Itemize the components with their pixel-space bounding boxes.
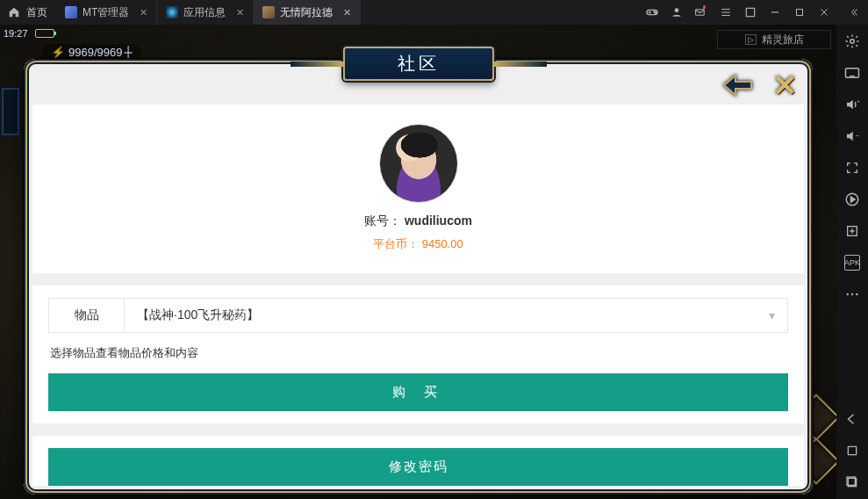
close-icon[interactable] xyxy=(817,5,831,19)
expand-icon[interactable] xyxy=(743,5,757,19)
record-icon[interactable] xyxy=(844,192,860,207)
tab-label: MT管理器 xyxy=(82,5,129,20)
avatar xyxy=(379,124,458,203)
svg-rect-5 xyxy=(746,8,754,16)
volume-up-icon[interactable]: + xyxy=(844,97,860,112)
settings-gear-icon[interactable] xyxy=(844,33,860,49)
modal-back-button[interactable] xyxy=(716,66,760,105)
svg-point-15 xyxy=(856,293,857,295)
modal-body: 账号： wudiliucom 平台币： 9450.00 物品 【战神·100飞升… xyxy=(32,105,804,486)
volume-down-icon[interactable]: − xyxy=(844,128,860,144)
game-viewport: 19:27 ⚡9969/9969┼ ▷ 精灵旅店 社区 ✕ 账号： wudili… xyxy=(0,25,836,499)
android-back-icon[interactable] xyxy=(844,411,860,427)
community-modal: 社区 ✕ 账号： wudiliucom 平台币： 9450.00 xyxy=(23,58,814,495)
modal-close-button[interactable]: ✕ xyxy=(765,66,804,105)
modal-overlay: 社区 ✕ 账号： wudiliucom 平台币： 9450.00 xyxy=(0,25,836,499)
svg-text:−: − xyxy=(856,132,860,140)
tab-strip: MT管理器 ✕ 应用信息 ✕ 无情阿拉德 ✕ xyxy=(56,0,361,25)
coin-line: 平台币： 9450.00 xyxy=(48,236,788,252)
svg-point-13 xyxy=(847,293,849,295)
account-line: 账号： wudiliucom xyxy=(48,213,788,229)
svg-rect-16 xyxy=(848,446,856,454)
tab-favicon xyxy=(65,6,77,18)
tab-close-icon[interactable]: ✕ xyxy=(140,7,147,18)
collapse-sidebar-icon[interactable] xyxy=(847,5,861,19)
change-password-button[interactable]: 修改密码 xyxy=(48,448,788,486)
account-value: wudiliucom xyxy=(405,213,472,228)
coin-value: 9450.00 xyxy=(422,237,463,250)
svg-rect-6 xyxy=(797,10,803,16)
svg-point-3 xyxy=(675,8,679,12)
buy-button[interactable]: 购 买 xyxy=(48,373,788,411)
password-card: 修改密码 xyxy=(32,436,804,486)
keyboard-icon[interactable] xyxy=(844,65,860,81)
home-icon[interactable] xyxy=(7,5,21,19)
item-select[interactable]: 物品 【战神·100飞升秘药】 ▾ xyxy=(48,298,788,333)
tab-label: 应用信息 xyxy=(183,5,226,20)
apk-install-icon[interactable]: APK xyxy=(844,255,860,271)
tab-close-icon[interactable]: ✕ xyxy=(343,7,351,18)
tab-app-info[interactable]: 应用信息 ✕ xyxy=(157,0,254,25)
menu-icon[interactable] xyxy=(719,5,733,19)
item-select-label: 物品 xyxy=(49,299,125,332)
item-hint: 选择物品查看物品价格和内容 xyxy=(50,345,786,361)
tab-favicon xyxy=(262,6,275,18)
minimize-icon[interactable] xyxy=(768,5,782,19)
user-icon[interactable] xyxy=(670,5,684,19)
home-label[interactable]: 首页 xyxy=(26,5,47,20)
emulator-sidebar: + − APK xyxy=(836,25,868,499)
android-home-icon[interactable] xyxy=(844,443,860,459)
mail-icon[interactable] xyxy=(694,5,708,19)
modal-title: 社区 xyxy=(343,47,494,81)
tab-label: 无情阿拉德 xyxy=(280,5,333,20)
account-label: 账号： xyxy=(364,213,401,228)
coin-label: 平台币： xyxy=(373,237,419,250)
fullscreen-icon[interactable] xyxy=(844,160,860,176)
svg-point-2 xyxy=(655,12,656,13)
svg-point-7 xyxy=(850,40,855,44)
gamepad-icon[interactable] xyxy=(645,5,659,19)
tab-mt-manager[interactable]: MT管理器 ✕ xyxy=(56,0,157,25)
more-icon[interactable] xyxy=(844,286,860,302)
profile-card: 账号： wudiliucom 平台币： 9450.00 xyxy=(32,105,804,273)
tab-favicon xyxy=(166,6,178,18)
tab-game[interactable]: 无情阿拉德 ✕ xyxy=(254,0,361,25)
svg-point-14 xyxy=(851,293,853,295)
multi-instance-icon[interactable] xyxy=(844,223,860,239)
maximize-icon[interactable] xyxy=(793,5,807,19)
chevron-down-icon: ▾ xyxy=(769,308,775,322)
item-select-value[interactable]: 【战神·100飞升秘药】 ▾ xyxy=(125,299,787,332)
purchase-card: 物品 【战神·100飞升秘药】 ▾ 选择物品查看物品价格和内容 购 买 xyxy=(32,286,804,423)
android-recents-icon[interactable] xyxy=(844,474,860,490)
emulator-titlebar: 首页 MT管理器 ✕ 应用信息 ✕ 无情阿拉德 ✕ xyxy=(0,0,868,25)
tab-close-icon[interactable]: ✕ xyxy=(236,7,244,18)
svg-text:+: + xyxy=(857,98,860,104)
titlebar-actions xyxy=(645,5,868,19)
item-selected-text: 【战神·100飞升秘药】 xyxy=(137,307,259,323)
